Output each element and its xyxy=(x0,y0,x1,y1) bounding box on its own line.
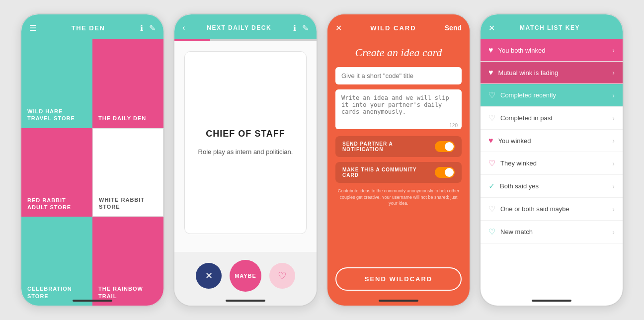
toggle-row-notification: SEND PARTNER A NOTIFICATION xyxy=(335,136,462,157)
match-label-0: You both winked xyxy=(498,47,546,54)
match-label-8: New match xyxy=(500,228,533,236)
match-item-maybe[interactable]: ♡ One or both said maybe › xyxy=(481,198,623,221)
den-cell-red-rabbit[interactable]: RED RABBIT ADULT STORE xyxy=(21,128,92,217)
heart-icon-3: ♡ xyxy=(488,113,495,123)
match-item-left: ♡ One or both said maybe xyxy=(488,204,569,214)
chevron-icon-0: › xyxy=(612,46,615,54)
screen1-header: ☰ THE DEN ℹ ✎ xyxy=(21,14,163,39)
heart-icon-5: ♡ xyxy=(488,159,495,168)
close-icon-4[interactable]: ✕ xyxy=(488,23,495,33)
textarea-wrapper: 120 xyxy=(335,89,462,131)
match-label-3: Completed in past xyxy=(500,114,553,122)
den-cell-label: CELEBRATION STORE xyxy=(27,285,86,300)
screen3-content: Create an idea card 120 SEND PARTNER A N… xyxy=(327,39,470,267)
match-label-5: They winked xyxy=(500,160,537,167)
heart-icon-8: ♡ xyxy=(488,227,495,237)
screen2-title: NEXT DAILY DECK xyxy=(207,24,271,31)
heart-icon-7: ♡ xyxy=(488,204,495,214)
phone-screen-3: ✕ WILD CARD Send Create an idea card 120… xyxy=(326,13,471,307)
screen4-header: ✕ MATCH LIST KEY xyxy=(481,14,623,39)
toggle-community[interactable] xyxy=(435,167,455,178)
deck-card-title: CHIEF OF STAFF xyxy=(206,129,285,139)
heart-icon-1: ♥ xyxy=(488,68,493,77)
community-note: Contribute ideas to the community anonym… xyxy=(335,188,462,207)
match-list: ♥ You both winked › ♥ Mutual wink is fad… xyxy=(481,39,623,306)
toggle-notification-label: SEND PARTNER A NOTIFICATION xyxy=(342,141,435,152)
den-cell-wild-hare[interactable]: WILD HARE TRAVEL STORE xyxy=(21,39,92,128)
match-item-you-winked[interactable]: ♥ You winked › xyxy=(481,130,623,152)
match-item-left: ♥ Mutual wink is fading xyxy=(488,68,558,77)
match-item-they-winked[interactable]: ♡ They winked › xyxy=(481,152,623,175)
heart-button[interactable]: ♡ xyxy=(269,263,295,289)
phone-screen-2: ‹ NEXT DAILY DECK ℹ ✎ CHIEF OF STAFF Rol… xyxy=(173,13,318,307)
menu-icon[interactable]: ☰ xyxy=(29,23,36,33)
screen4-title: MATCH LIST KEY xyxy=(520,24,580,31)
match-item-fading[interactable]: ♥ Mutual wink is fading › xyxy=(481,62,623,84)
match-item-left: ✓ Both said yes xyxy=(488,181,539,191)
screens-container: ☰ THE DEN ℹ ✎ WILD HARE TRAVEL STORE THE… xyxy=(20,13,624,307)
toggle-knob xyxy=(445,142,454,151)
screen3-title: WILD CARD xyxy=(370,24,416,32)
reject-button[interactable]: ✕ xyxy=(196,263,222,289)
deck-actions: ✕ MAYBE ♡ xyxy=(174,252,317,306)
match-label-6: Both said yes xyxy=(500,182,539,190)
maybe-button[interactable]: MAYBE xyxy=(230,260,261,292)
den-cell-daily-den[interactable]: THE DAILY DEN xyxy=(92,39,163,128)
heart-icon-0: ♥ xyxy=(488,46,493,55)
screen1-title: THE DEN xyxy=(72,24,105,32)
den-cell-celebration[interactable]: CELEBRATION STORE xyxy=(21,217,92,306)
den-cell-rainbow[interactable]: THE RAINBOW TRAIL xyxy=(92,217,163,306)
deck-card: CHIEF OF STAFF Role play as intern and p… xyxy=(184,51,307,234)
close-icon-3[interactable]: ✕ xyxy=(335,23,342,33)
match-item-both-winked[interactable]: ♥ You both winked › xyxy=(481,39,623,62)
deck-card-desc: Role play as intern and politician. xyxy=(198,147,293,157)
chevron-icon-8: › xyxy=(612,228,615,236)
phone-screen-1: ☰ THE DEN ℹ ✎ WILD HARE TRAVEL STORE THE… xyxy=(20,13,164,307)
den-cell-white-rabbit[interactable]: WHITE RABBIT STORE xyxy=(92,128,163,217)
heart-icon-2: ♡ xyxy=(488,90,495,100)
wildcard-idea-textarea[interactable] xyxy=(335,89,462,129)
match-item-new-match[interactable]: ♡ New match › xyxy=(481,221,623,243)
chevron-icon-2: › xyxy=(612,91,615,99)
info-icon[interactable]: ℹ xyxy=(140,23,143,33)
match-item-left: ♡ Completed in past xyxy=(488,113,553,123)
info-icon-2[interactable]: ℹ xyxy=(293,23,296,33)
edit-icon-2[interactable]: ✎ xyxy=(302,23,309,33)
match-label-2: Completed recently xyxy=(500,91,556,99)
check-icon-6: ✓ xyxy=(488,181,495,191)
toggle-notification[interactable] xyxy=(435,141,455,152)
edit-icon[interactable]: ✎ xyxy=(149,23,156,33)
match-item-completed-recent[interactable]: ♡ Completed recently › xyxy=(481,84,623,107)
toggle-row-community: MAKE THIS A COMMUNITY CARD xyxy=(335,162,462,183)
den-cell-label: THE DAILY DEN xyxy=(98,115,146,122)
match-item-completed-past[interactable]: ♡ Completed in past › xyxy=(481,107,623,130)
match-item-left: ♡ They winked xyxy=(488,159,537,168)
toggle-knob-2 xyxy=(445,168,454,177)
screen3-header: ✕ WILD CARD Send xyxy=(327,14,470,39)
wildcard-title-input[interactable] xyxy=(335,67,462,84)
chevron-icon-6: › xyxy=(612,182,615,190)
back-icon[interactable]: ‹ xyxy=(182,23,185,32)
toggle-community-label: MAKE THIS A COMMUNITY CARD xyxy=(342,167,435,178)
chevron-icon-1: › xyxy=(612,69,615,77)
match-item-left: ♡ Completed recently xyxy=(488,90,556,100)
match-item-left: ♥ You both winked xyxy=(488,46,545,55)
match-item-both-yes[interactable]: ✓ Both said yes › xyxy=(481,175,623,198)
phone-screen-4: ✕ MATCH LIST KEY ♥ You both winked › ♥ M… xyxy=(480,13,624,307)
den-cell-label: WHITE RABBIT STORE xyxy=(99,196,157,211)
den-grid: WILD HARE TRAVEL STORE THE DAILY DEN RED… xyxy=(21,39,163,306)
chevron-icon-7: › xyxy=(612,205,615,213)
heart-icon-4: ♥ xyxy=(488,136,493,145)
den-cell-label: WILD HARE TRAVEL STORE xyxy=(27,108,86,122)
match-label-7: One or both said maybe xyxy=(500,205,569,213)
den-cell-label: THE RAINBOW TRAIL xyxy=(98,285,158,300)
match-label-4: You winked xyxy=(498,137,531,145)
chevron-icon-4: › xyxy=(612,137,615,145)
send-button-header[interactable]: Send xyxy=(445,24,462,32)
match-item-left: ♥ You winked xyxy=(488,136,531,145)
char-count: 120 xyxy=(449,123,458,128)
match-item-left: ♡ New match xyxy=(488,227,533,237)
match-label-1: Mutual wink is fading xyxy=(498,69,559,77)
send-wildcard-button[interactable]: SEND WILDCARD xyxy=(335,267,462,291)
den-cell-label: RED RABBIT ADULT STORE xyxy=(27,197,86,211)
